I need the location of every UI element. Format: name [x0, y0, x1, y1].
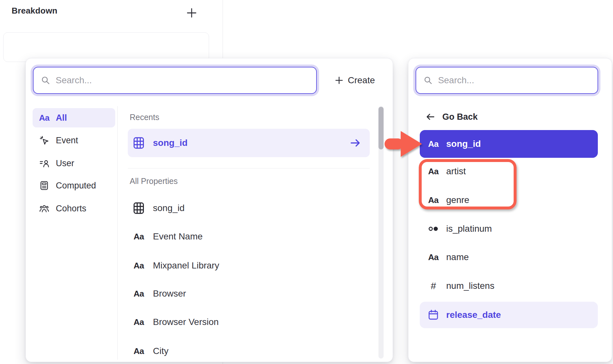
- property-browser[interactable]: Aa Browser: [128, 283, 370, 304]
- event-cursor-icon: [38, 136, 51, 145]
- right-search-box: [416, 67, 598, 94]
- item-song-id-selected[interactable]: Aa song_id: [420, 130, 598, 158]
- text-type-icon: Aa: [132, 346, 145, 356]
- property-picker-panel: Create Aa All Event User: [25, 58, 393, 362]
- go-back-button[interactable]: Go Back: [423, 109, 478, 125]
- left-search-box: [33, 67, 317, 94]
- breakdown-title: Breakdown: [12, 6, 57, 16]
- plus-icon: [186, 7, 197, 18]
- search-icon: [424, 76, 432, 85]
- create-property-button[interactable]: Create: [335, 73, 375, 88]
- item-name[interactable]: Aa name: [420, 245, 598, 270]
- boolean-icon: [427, 224, 440, 234]
- category-user[interactable]: User: [33, 154, 115, 173]
- people-group-icon: [38, 204, 51, 213]
- item-release-date[interactable]: release_date: [420, 302, 598, 328]
- text-type-icon: Aa: [427, 252, 440, 262]
- table-grid-icon: [132, 202, 145, 215]
- add-breakdown-button[interactable]: [185, 6, 199, 20]
- arrow-left-icon: [426, 112, 435, 122]
- property-event-name[interactable]: Aa Event Name: [128, 226, 370, 247]
- scrollbar-thumb[interactable]: [378, 107, 384, 149]
- all-properties-header: All Properties: [130, 177, 178, 186]
- property-city[interactable]: Aa City: [128, 340, 370, 362]
- recents-header: Recents: [130, 113, 159, 122]
- property-detail-panel: Go Back Aa song_id Aa artist Aa genre is…: [408, 58, 612, 362]
- search-input[interactable]: [56, 75, 309, 86]
- breakdown-chip-card: [3, 32, 209, 62]
- item-artist[interactable]: Aa artist: [420, 159, 598, 184]
- category-event[interactable]: Event: [33, 131, 115, 150]
- text-type-icon: Aa: [427, 139, 440, 149]
- search-icon: [41, 76, 50, 85]
- user-icon: [38, 158, 51, 168]
- text-type-icon: Aa: [38, 113, 51, 123]
- item-num-listens[interactable]: # num_listens: [420, 273, 598, 298]
- drill-in-arrow-icon[interactable]: [350, 137, 361, 149]
- category-computed[interactable]: Computed: [33, 176, 115, 195]
- list-divider: [128, 168, 370, 168]
- sidebar-divider: [117, 106, 118, 360]
- property-browser-version[interactable]: Aa Browser Version: [128, 311, 370, 333]
- item-is-platinum[interactable]: is_platinum: [420, 216, 598, 241]
- calendar-icon: [427, 309, 440, 321]
- property-mixpanel-library[interactable]: Aa Mixpanel Library: [128, 255, 370, 276]
- text-type-icon: Aa: [132, 317, 145, 327]
- plus-icon: [335, 76, 343, 85]
- recent-item-song-id[interactable]: song_id: [128, 129, 370, 157]
- text-type-icon: Aa: [427, 167, 440, 177]
- number-type-icon: #: [427, 280, 440, 291]
- text-type-icon: Aa: [132, 232, 145, 242]
- search-input[interactable]: [438, 75, 590, 86]
- property-song-id[interactable]: song_id: [128, 197, 370, 219]
- category-all[interactable]: Aa All: [33, 108, 115, 127]
- calculator-icon: [38, 181, 51, 190]
- text-type-icon: Aa: [132, 261, 145, 271]
- text-type-icon: Aa: [427, 195, 440, 205]
- text-type-icon: Aa: [132, 289, 145, 299]
- category-cohorts[interactable]: Cohorts: [33, 199, 115, 218]
- table-grid-icon: [132, 136, 145, 149]
- item-genre[interactable]: Aa genre: [420, 187, 598, 213]
